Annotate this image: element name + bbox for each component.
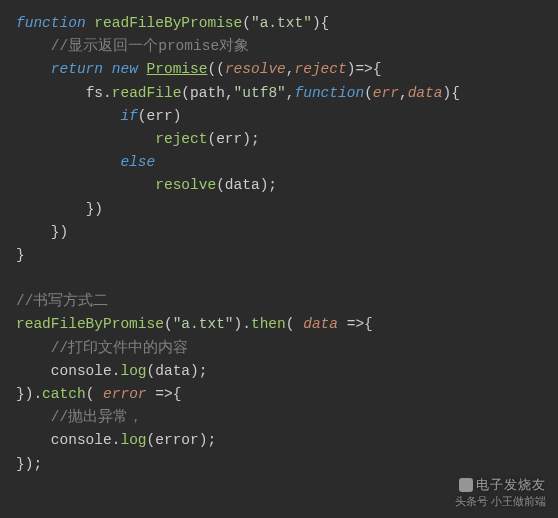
keyword-if: if xyxy=(120,108,137,124)
code-block: function readFileByPromise("a.txt"){ //显… xyxy=(16,12,542,476)
code-line: }); xyxy=(16,453,542,476)
code-line: if(err) xyxy=(16,105,542,128)
class-promise: Promise xyxy=(147,61,208,77)
keyword-function: function xyxy=(16,15,86,31)
code-line: }).catch( error =>{ xyxy=(16,383,542,406)
identifier: fs xyxy=(86,85,103,101)
watermark-top: 电子发烧友 xyxy=(476,477,546,492)
code-line: //书写方式二 xyxy=(16,290,542,313)
comment: //打印文件中的内容 xyxy=(51,340,188,356)
param-data: data xyxy=(408,85,443,101)
code-line: }) xyxy=(16,198,542,221)
string-literal: "a.txt" xyxy=(173,316,234,332)
call-readfilebypromise: readFileByPromise xyxy=(16,316,164,332)
identifier: console xyxy=(51,363,112,379)
string-literal: "utf8" xyxy=(234,85,286,101)
param-err: err xyxy=(373,85,399,101)
param-error: error xyxy=(103,386,147,402)
param-reject: reject xyxy=(295,61,347,77)
code-line: } xyxy=(16,244,542,267)
keyword-new: new xyxy=(112,61,138,77)
code-line: return new Promise((resolve,reject)=>{ xyxy=(16,58,542,81)
code-line: else xyxy=(16,151,542,174)
code-line: reject(err); xyxy=(16,128,542,151)
watermark: 电子发烧友 头条号 小王做前端 xyxy=(455,477,546,508)
logo-icon xyxy=(459,478,473,492)
function-name: readFileByPromise xyxy=(94,15,242,31)
code-line: console.log(data); xyxy=(16,360,542,383)
code-line: //显示返回一个promise对象 xyxy=(16,35,542,58)
param-resolve: resolve xyxy=(225,61,286,77)
code-line: resolve(data); xyxy=(16,174,542,197)
method-readfile: readFile xyxy=(112,85,182,101)
keyword-return: return xyxy=(51,61,103,77)
code-line: //抛出异常， xyxy=(16,406,542,429)
call-reject: reject xyxy=(155,131,207,147)
comment: //显示返回一个promise对象 xyxy=(51,38,249,54)
code-line: function readFileByPromise("a.txt"){ xyxy=(16,12,542,35)
param-data: data xyxy=(303,316,338,332)
method-log: log xyxy=(120,432,146,448)
code-line: readFileByPromise("a.txt").then( data =>… xyxy=(16,313,542,336)
call-resolve: resolve xyxy=(155,177,216,193)
method-catch: catch xyxy=(42,386,86,402)
code-line: //打印文件中的内容 xyxy=(16,337,542,360)
code-line: }) xyxy=(16,221,542,244)
code-line: console.log(error); xyxy=(16,429,542,452)
code-line: fs.readFile(path,"utf8",function(err,dat… xyxy=(16,82,542,105)
blank-line xyxy=(16,267,542,290)
keyword-else: else xyxy=(120,154,155,170)
watermark-bottom: 头条号 小王做前端 xyxy=(455,494,546,508)
method-log: log xyxy=(120,363,146,379)
method-then: then xyxy=(251,316,286,332)
comment: //书写方式二 xyxy=(16,293,108,309)
string-literal: "a.txt" xyxy=(251,15,312,31)
keyword-function: function xyxy=(295,85,365,101)
comment: //抛出异常， xyxy=(51,409,143,425)
identifier: console xyxy=(51,432,112,448)
